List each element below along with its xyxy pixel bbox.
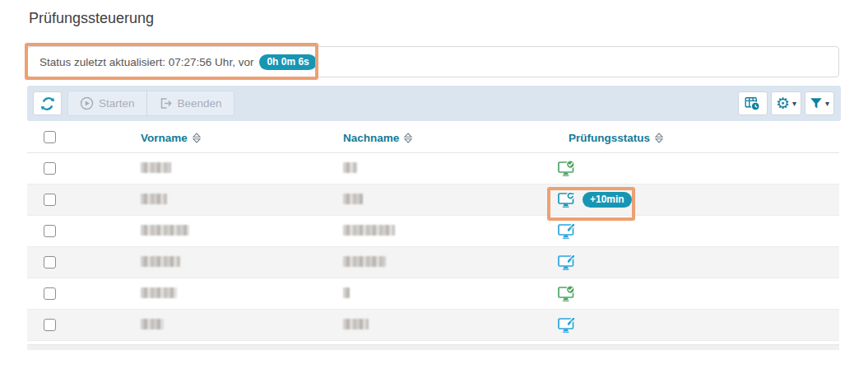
exam-status-cell <box>552 317 839 334</box>
column-header-vorname[interactable]: Vorname <box>141 132 202 144</box>
action-button-group: Starten Beenden <box>67 91 234 116</box>
start-button[interactable]: Starten <box>68 91 146 115</box>
end-button[interactable]: Beenden <box>146 91 234 115</box>
vorname-cell <box>124 287 327 301</box>
nachname-cell <box>327 193 552 208</box>
end-button-label: Beenden <box>178 97 222 110</box>
redacted-first-name <box>141 225 189 236</box>
toolbar: Starten Beenden <box>27 86 841 121</box>
redacted-last-name <box>343 287 350 298</box>
next-row-sliver <box>27 344 839 350</box>
column-header-nachname[interactable]: Nachname <box>343 132 413 144</box>
column-header-label: Vorname <box>141 132 188 144</box>
sort-icon[interactable] <box>654 133 664 143</box>
row-checkbox-cell <box>27 287 124 300</box>
monitor-edit-icon <box>558 223 576 240</box>
table-row <box>27 247 839 278</box>
table-row <box>27 153 839 184</box>
row-checkbox[interactable] <box>44 225 56 237</box>
redacted-first-name <box>141 194 167 204</box>
vorname-cell <box>124 224 327 239</box>
exam-status-cell <box>552 286 839 302</box>
vorname-cell <box>124 193 327 208</box>
row-checkbox-cell <box>27 162 124 175</box>
vorname-cell <box>124 255 327 270</box>
redacted-last-name <box>343 256 386 267</box>
row-checkbox-cell <box>27 194 124 206</box>
sort-icon[interactable] <box>403 133 413 143</box>
column-header-label: Nachname <box>343 132 399 144</box>
nachname-cell <box>327 224 552 239</box>
redacted-first-name <box>141 162 171 173</box>
redacted-first-name <box>141 256 180 267</box>
monitor-check-icon <box>558 286 576 302</box>
redacted-last-name <box>343 194 363 204</box>
refresh-icon <box>39 96 56 112</box>
vorname-cell <box>124 161 327 176</box>
nachname-cell <box>327 161 552 176</box>
row-checkbox[interactable] <box>44 162 56 175</box>
table-row <box>27 278 839 310</box>
chevron-down-icon: ▾ <box>825 100 829 108</box>
redacted-first-name <box>141 287 177 298</box>
redacted-last-name <box>343 225 395 236</box>
header-checkbox-cell <box>27 131 124 143</box>
gear-icon: ⚙ <box>776 96 790 111</box>
row-checkbox[interactable] <box>44 319 56 331</box>
row-checkbox[interactable] <box>44 256 56 269</box>
exit-icon <box>159 96 173 110</box>
nachname-cell <box>327 318 552 333</box>
settings-dropdown-button[interactable]: ⚙ ▾ <box>771 91 801 115</box>
exam-status-cell <box>552 161 839 177</box>
exam-status-cell <box>552 223 839 240</box>
row-checkbox-cell <box>27 256 124 269</box>
monitor-check-icon <box>558 161 576 177</box>
nachname-cell <box>327 287 552 301</box>
redacted-first-name <box>141 319 164 329</box>
column-header-prüfungsstatus[interactable]: Prüfungsstatus <box>569 132 664 144</box>
status-bar: Status zuletzt aktualisiert: 07:27:56 Uh… <box>27 46 839 77</box>
exam-status-cell <box>552 255 839 271</box>
column-header-label: Prüfungsstatus <box>569 132 650 144</box>
row-checkbox[interactable] <box>44 287 56 300</box>
start-button-label: Starten <box>99 97 135 110</box>
elapsed-time-badge: 0h 0m 6s <box>259 54 316 70</box>
table-row <box>27 310 839 341</box>
filter-dropdown-button[interactable]: ▾ <box>805 91 834 115</box>
exam-table: VornameNachnamePrüfungsstatus +10min <box>27 122 839 341</box>
row-checkbox[interactable] <box>44 194 56 206</box>
vorname-cell <box>124 318 327 333</box>
table-row: +10min <box>27 184 839 216</box>
page-title: Prüfungssteuerung <box>29 10 154 27</box>
table-clock-icon <box>745 96 760 111</box>
nachname-cell <box>327 255 552 270</box>
row-checkbox-cell <box>27 225 124 237</box>
table-row <box>27 216 839 247</box>
filter-icon <box>810 97 823 110</box>
extra-time-badge: +10min <box>583 192 632 208</box>
row-checkbox-cell <box>27 319 124 331</box>
sort-icon[interactable] <box>192 133 202 143</box>
exam-status-cell: +10min <box>552 192 839 208</box>
redacted-last-name <box>343 162 357 173</box>
status-updated-text: Status zuletzt aktualisiert: 07:27:56 Uh… <box>39 56 253 68</box>
redacted-last-name <box>343 319 369 329</box>
monitor-refresh-icon <box>558 192 576 208</box>
select-all-checkbox[interactable] <box>44 131 56 143</box>
monitor-edit-icon <box>558 255 576 271</box>
monitor-edit-icon <box>558 317 576 334</box>
refresh-button[interactable] <box>33 91 62 115</box>
column-schedule-button[interactable] <box>738 91 768 115</box>
chevron-down-icon: ▾ <box>792 100 796 108</box>
toolbar-right-group: ⚙ ▾ ▾ <box>738 91 834 115</box>
table-header-row: VornameNachnamePrüfungsstatus <box>27 122 839 153</box>
play-icon <box>80 96 94 110</box>
exam-control-page: Prüfungssteuerung Status zuletzt aktuali… <box>0 0 868 369</box>
